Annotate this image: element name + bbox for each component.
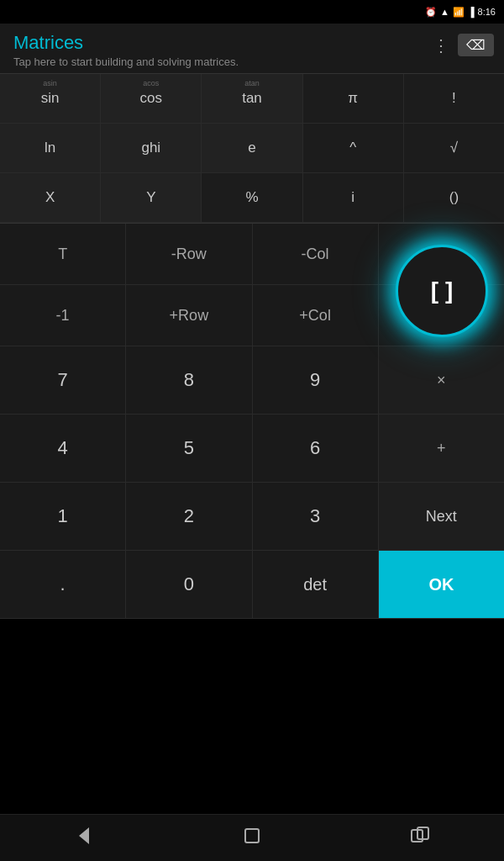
key-4[interactable]: 4 [0,415,126,482]
back-nav-button[interactable] [55,817,113,859]
backspace-icon: ⌫ [466,37,486,53]
status-icons: ⏰ ▲ 📶 ▐ 8:16 [425,7,496,18]
time-display: 8:16 [478,7,496,17]
overflow-menu-icon[interactable]: ⋮ [433,35,449,55]
sqrt-key[interactable]: √ [404,124,504,172]
dot-key[interactable]: . [0,551,126,618]
key-2[interactable]: 2 [126,483,252,550]
pi-key[interactable]: π [303,74,404,123]
paren-key[interactable]: () [404,173,504,222]
y-key[interactable]: Y [101,173,202,222]
bracket-key[interactable]: [ ] [396,245,488,337]
sci-row-log: ln ghi e ^ √ [0,124,504,173]
app-header: Matrices Tap here to start building and … [0,24,504,74]
key-9[interactable]: 9 [253,346,379,414]
key-5[interactable]: 5 [126,415,252,482]
num-row-dot0: . 0 det OK [0,551,504,619]
sci-keyboard: asin sin acos cos atan tan π ! ln [0,74,504,224]
imaginary-key[interactable]: i [303,173,404,222]
battery-icon: ▐ [468,7,475,17]
home-nav-button[interactable] [223,817,281,859]
recent-nav-button[interactable] [391,817,449,859]
backspace-button[interactable]: ⌫ [458,34,494,56]
plus-key[interactable]: + [379,415,504,482]
minus-col-key[interactable]: -Col [253,224,379,284]
neg-one-key[interactable]: -1 [0,285,126,346]
ghi-key[interactable]: ghi [101,124,202,172]
signal-icon: 📶 [453,7,465,18]
key-6[interactable]: 6 [253,415,379,482]
back-icon [72,824,96,848]
home-icon [240,824,264,848]
nav-bar [0,814,504,861]
key-3[interactable]: 3 [253,483,379,550]
app-subtitle: Tap here to start building and solving m… [13,55,491,68]
sin-key[interactable]: asin sin [0,74,101,123]
keyboard-area: T -Row -Col -1 +Row +Col 7 8 9 × 4 5 6 +… [0,224,504,814]
ok-key[interactable]: OK [379,551,504,618]
status-bar: ⏰ ▲ 📶 ▐ 8:16 [0,0,504,24]
app-title: Matrices [13,32,491,54]
factorial-key[interactable]: ! [404,74,504,123]
key-1[interactable]: 1 [0,483,126,550]
e-key[interactable]: e [202,124,302,172]
tan-key[interactable]: atan tan [202,74,302,123]
cos-key[interactable]: acos cos [101,74,202,123]
ln-key[interactable]: ln [0,124,101,172]
minus-row-key[interactable]: -Row [126,224,252,284]
key-0[interactable]: 0 [126,551,252,618]
percent-key[interactable]: % [202,173,302,222]
next-key[interactable]: Next [379,483,504,550]
transpose-key[interactable]: T [0,224,126,284]
wifi-icon: ▲ [440,7,449,17]
num-row-123: 1 2 3 Next [0,483,504,551]
x-key[interactable]: X [0,173,101,222]
svg-marker-0 [79,827,89,844]
power-key[interactable]: ^ [303,124,404,172]
sci-row-var: X Y % i () [0,173,504,223]
key-7[interactable]: 7 [0,346,126,414]
bracket-label: [ ] [431,277,453,304]
num-row-456: 4 5 6 + [0,415,504,483]
alarm-icon: ⏰ [425,7,437,18]
sci-row-trig: asin sin acos cos atan tan π ! [0,74,504,124]
bracket-overlay: [ ] [380,224,504,358]
det-key[interactable]: det [253,551,379,618]
key-8[interactable]: 8 [126,346,252,414]
plus-row-key[interactable]: +Row [126,285,252,346]
plus-col-key[interactable]: +Col [253,285,379,346]
svg-rect-1 [245,829,259,843]
recent-icon [408,824,432,848]
